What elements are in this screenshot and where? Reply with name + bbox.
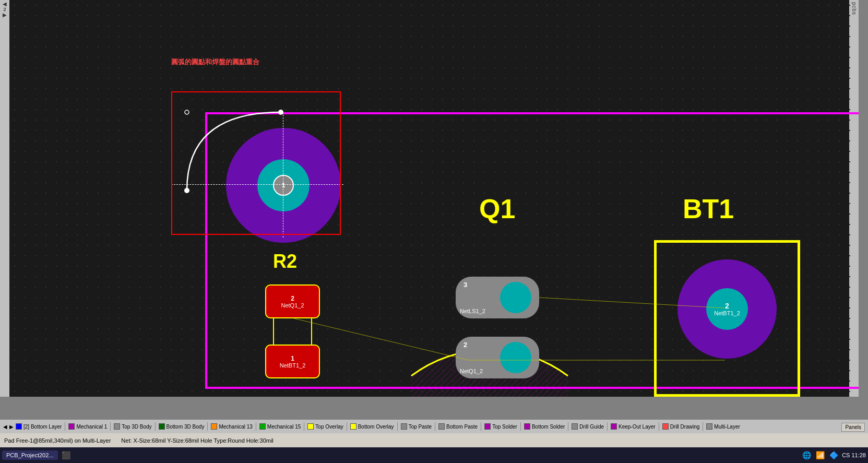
svg-point-1 [184,188,189,193]
taskbar-time: CS 11:28 [842,452,866,458]
layer-sep-14 [703,422,703,431]
layer-sep-1 [110,422,111,431]
layer-items: [2] Bottom LayerMechanical 1Top 3D BodyB… [16,422,740,431]
pad-bt1-2-num: 2 [725,302,729,310]
layer-item-11[interactable]: Bottom Solder [524,423,565,430]
layer-name-9: Bottom Paste [446,424,478,430]
layer-sep-5 [304,422,304,431]
layer-item-7[interactable]: Bottom Overlay [350,423,394,430]
layer-item-4[interactable]: Mechanical 13 [211,423,252,430]
pcb-canvas[interactable]: 圓弧的圓點和焊盤的圓點重合 1 R2 2 NetQ1_2 1 NetBT1_2 … [9,0,859,397]
layer-item-0[interactable]: [2] Bottom Layer [16,423,62,430]
pad-q1-pad2[interactable]: 2 NetQ1_2 [456,337,539,378]
layer-name-4: Mechanical 13 [219,424,252,430]
layer-name-3: Bottom 3D Body [167,424,205,430]
layer-color-2 [114,423,120,430]
layer-name-11: Bottom Solder [532,424,565,430]
layer-name-12: Drill Guide [579,424,604,430]
layer-color-4 [211,423,217,430]
pad-q1-2-circle[interactable] [500,342,531,373]
layer-item-3[interactable]: Bottom 3D Body [159,423,205,430]
layer-color-1 [68,423,75,430]
layer-sep-10 [520,422,521,431]
layer-item-14[interactable]: Drill Drawing [662,423,700,430]
arc-curve [171,97,291,201]
layer-color-0 [16,423,22,430]
layer-sep-8 [435,422,435,431]
layer-name-2: Top 3D Body [122,424,151,430]
layer-color-3 [159,423,165,430]
taskbar-bluetooth-icon[interactable]: 🔷 [828,450,839,460]
pad-r2-pad1-net: NetBT1_2 [280,362,306,369]
pad-r2-pad1-num: 1 [291,355,294,362]
layer-color-9 [438,423,445,430]
pad-r2-pad2[interactable]: 2 NetQ1_2 [265,284,320,318]
layer-color-7 [350,423,356,430]
layer-color-15 [706,423,712,430]
scroll-layers-right[interactable]: ▶ [9,424,14,430]
taskbar-app-button[interactable]: PCB_Project202... [2,450,58,460]
scroll-up-arrow[interactable]: ◀ [3,1,7,7]
layer-item-2[interactable]: Top 3D Body [114,423,151,430]
layer-item-8[interactable]: Top Paste [401,423,432,430]
layer-sep-12 [607,422,608,431]
scroll-left-panel[interactable]: ◀ 2 ▶ [0,0,9,397]
scroll-down-arrow[interactable]: ▶ [3,12,7,18]
pad-r2-pad2-num: 2 [291,295,294,302]
pad-q1-3-circle[interactable] [500,282,531,313]
layer-item-9[interactable]: Bottom Paste [438,423,478,430]
error-message: 圓弧的圓點和焊盤的圓點重合 [171,57,259,67]
pad-q1-3-net: NetLS1_2 [460,308,485,314]
layer-name-5: Mechanical 15 [267,424,301,430]
layer-item-6[interactable]: Top Overlay [307,423,343,430]
pad-r2-pad1[interactable]: 1 NetBT1_2 [265,345,320,378]
layer-color-11 [524,423,530,430]
layer-sep-2 [155,422,156,431]
pad-q1-2-num: 2 [463,341,467,349]
layer-color-13 [611,423,617,430]
layer-item-12[interactable]: Drill Guide [572,423,604,430]
layer-name-6: Top Overlay [315,424,343,430]
layer-item-1[interactable]: Mechanical 1 [68,423,107,430]
pad-bt1-2-circle[interactable]: 2 NetBT1_2 [706,288,748,330]
scroll-layers-left[interactable]: ◀ [3,424,7,430]
pad-bt1-2-content: 2 NetBT1_2 [714,302,740,316]
pad-q1-2-net: NetQ1_2 [460,368,483,374]
panels-button[interactable]: Panels [841,423,865,432]
component-label-bt1: BT1 [683,193,734,224]
layer-color-6 [307,423,314,430]
component-label-r2: R2 [273,251,297,272]
layer-name-13: Keep-Out Layer [619,424,656,430]
pad-bt1-2-net: NetBT1_2 [714,310,740,316]
layer-name-0: [2] Bottom Layer [23,424,62,430]
layer-item-10[interactable]: Top Solder [484,423,517,430]
layer-sep-13 [659,422,659,431]
layer-sep-7 [397,422,398,431]
layer-name-7: Bottom Overlay [358,424,394,430]
taskbar-globe-icon[interactable]: 🌐 [801,450,812,460]
layer-name-8: Top Paste [409,424,432,430]
page-indicator: 2 [3,7,6,12]
taskbar-wifi-icon[interactable]: 📶 [815,450,825,460]
layer-sep-4 [256,422,256,431]
net-info-text: Net: X-Size:68mil Y-Size:68mil Hole Type… [121,437,273,444]
layer-item-13[interactable]: Keep-Out Layer [611,423,656,430]
layer-sep-11 [568,422,568,431]
pad-bt1-pad2[interactable]: 2 NetBT1_2 [677,259,777,359]
layer-color-10 [484,423,491,430]
layer-item-15[interactable]: Multi-Layer [706,423,740,430]
layer-name-14: Drill Drawing [670,424,700,430]
layer-color-8 [401,423,407,430]
taskbar-right-area: 🌐 📶 🔷 CS 11:28 [801,450,866,460]
pad-r2-pad2-net: NetQ1_2 [281,302,304,308]
layer-sep-0 [65,422,65,431]
taskbar-icon-kicad[interactable]: ⬛ [61,450,72,460]
pad-q1-pad3[interactable]: 3 NetLS1_2 [456,277,539,318]
layer-status-bar: ◀ ▶ [2] Bottom LayerMechanical 1Top 3D B… [0,420,868,433]
taskbar: PCB_Project202... ⬛ 🌐 📶 🔷 CS 11:28 [0,447,868,463]
component-label-q1: Q1 [479,193,515,224]
layer-name-15: Multi-Layer [714,424,740,430]
pad-info-text: Pad Free-1@85mil,340mil) on Multi-Layer [4,437,111,444]
pad-q1-3-num: 3 [463,281,467,289]
layer-item-5[interactable]: Mechanical 15 [259,423,301,430]
